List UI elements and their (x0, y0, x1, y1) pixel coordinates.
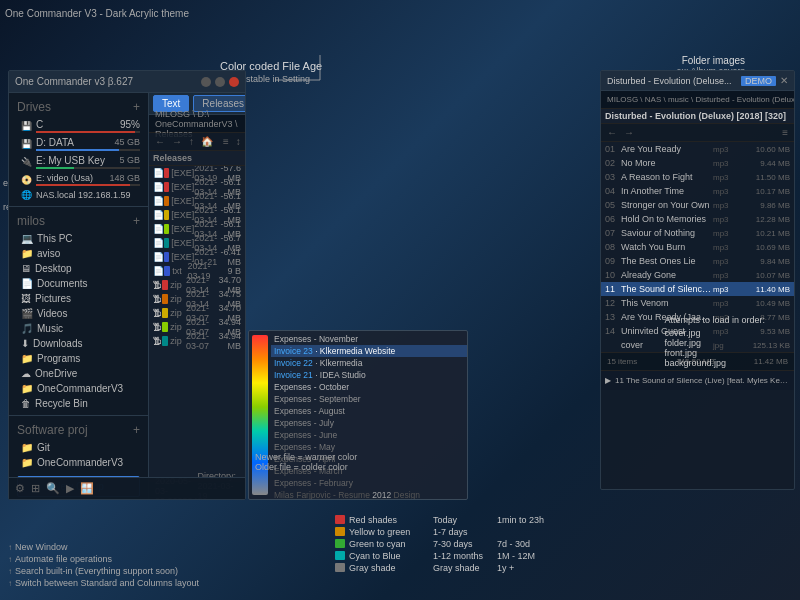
sidebar-item-desktop[interactable]: 🖥 Desktop (9, 261, 148, 276)
sidebar-item-documents[interactable]: 📄 Documents (9, 276, 148, 291)
year-highlight: 2012 (372, 490, 391, 499)
file-row-zip597[interactable]: 🗜 OneCommanderV3Beta-597 zip 2021-03-07 … (149, 334, 245, 348)
sidebar-item-music[interactable]: 🎵 Music (9, 321, 148, 336)
sidebar-item-aviso[interactable]: 📁 aviso (9, 246, 148, 261)
aviso-icon: 📁 (21, 248, 33, 259)
music-file-07[interactable]: 07 Saviour of Nothing mp3 10.21 MB (601, 226, 794, 240)
milas-resume[interactable]: Milas Farjpovic - Resume 2012 Design (271, 489, 467, 499)
music-file-09[interactable]: 09 The Best Ones Lie mp3 9.84 MB (601, 254, 794, 268)
drive-e-video[interactable]: 📀 E: video (Usa) 148 GB (9, 171, 148, 188)
invoice-row-expenses-nov[interactable]: Expenses - November (271, 333, 467, 345)
oc-sidebar: Drives + 💾 C 95% (9, 93, 149, 499)
drive-e-usb[interactable]: 🔌 E: My USB Key 5 GB (9, 153, 148, 171)
expenses-mar[interactable]: Expenses - March (271, 465, 467, 477)
sidebar-item-pictures[interactable]: 🖼 Pictures (9, 291, 148, 306)
drive-e-video-size: 148 GB (109, 173, 140, 183)
track-ext: mp3 (713, 187, 735, 196)
legend-row-red: Red shades Today 1min to 23h (335, 515, 544, 525)
drive-nas[interactable]: 🌐 NAS.local 192.168.1.59 (9, 188, 148, 202)
user-section-header[interactable]: milos + (9, 211, 148, 231)
music-file-06[interactable]: 06 Hold On to Memories mp3 12.28 MB (601, 212, 794, 226)
music-file-08[interactable]: 08 Watch You Burn mp3 10.69 MB (601, 240, 794, 254)
music-file-03[interactable]: 03 A Reason to Fight mp3 11.50 MB (601, 170, 794, 184)
music-view-btn[interactable]: ≡ (780, 127, 790, 138)
sidebar-item-onedrive[interactable]: ☁ OneDrive (9, 366, 148, 381)
attempt-cover: cover.jpg (664, 328, 765, 338)
file-age-indicator (162, 280, 168, 290)
play-icon[interactable]: ▶ (605, 376, 611, 385)
ba-new-window: ↑ New Window (8, 542, 199, 552)
ba-text-search: Search built-in (Everything support soon… (15, 566, 178, 576)
view-toggle[interactable]: ≡ (221, 136, 231, 147)
sidebar-item-git[interactable]: 📁 Git (9, 440, 148, 455)
text-panel-header: Releases (149, 151, 245, 166)
expenses-oct[interactable]: Expenses - October (271, 381, 467, 393)
attempts-title: Attempts to load in order: (664, 315, 765, 325)
music-file-04[interactable]: 04 In Another Time mp3 10.17 MB (601, 184, 794, 198)
sort-button[interactable]: ↕ (234, 136, 243, 147)
sidebar-item-downloads[interactable]: ⬇ Downloads (9, 336, 148, 351)
automate-icon[interactable]: ▶ (66, 482, 74, 495)
expenses-feb[interactable]: Expenses - February (271, 477, 467, 489)
expenses-may[interactable]: Expenses - May (271, 441, 467, 453)
music-file-11[interactable]: 11 The Sound of Silence (Live) [feat. My… (601, 282, 794, 296)
expenses-aug[interactable]: Expenses - August (271, 405, 467, 417)
music-file-02[interactable]: 02 No More mp3 9.44 MB (601, 156, 794, 170)
layout-icon[interactable]: ⊞ (31, 482, 40, 495)
software-expand-icon[interactable]: + (133, 423, 140, 437)
music-file-01[interactable]: 01 Are You Ready mp3 10.60 MB (601, 142, 794, 156)
drive-e-video-label: E: video (Usa) (36, 173, 93, 183)
minimize-button[interactable] (201, 77, 211, 87)
sidebar-item-thispc[interactable]: 💻 This PC (9, 231, 148, 246)
close-button[interactable] (229, 77, 239, 87)
track-size: 11.40 MB (735, 285, 790, 294)
music-file-12[interactable]: 12 This Venom mp3 10.49 MB (601, 296, 794, 310)
search-icon[interactable]: 🔍 (46, 482, 60, 495)
sidebar-item-programs[interactable]: 📁 Programs (9, 351, 148, 366)
expenses-jun[interactable]: Expenses - June (271, 429, 467, 441)
legend-color-cyan (335, 551, 345, 560)
demo-tab[interactable]: DEMO (741, 76, 776, 86)
up-button[interactable]: ↑ (187, 136, 196, 147)
newwindow-icon[interactable]: 🪟 (80, 482, 94, 495)
expenses-jul[interactable]: Expenses - July (271, 417, 467, 429)
sidebar-item-videos[interactable]: 🎬 Videos (9, 306, 148, 321)
drive-c[interactable]: 💾 C 95% (9, 117, 148, 135)
back-button[interactable]: ← (153, 136, 167, 147)
home-button[interactable]: 🏠 (199, 136, 215, 147)
music-close-icon[interactable]: ✕ (780, 75, 788, 86)
track-ext: mp3 (713, 243, 735, 252)
legend-col3-gray: 1y + (497, 563, 514, 573)
user-label: milos (17, 214, 45, 228)
drive-d[interactable]: 💾 D: DATA 45 GB (9, 135, 148, 153)
thispc-label: This PC (37, 233, 73, 244)
bottom-annotations-area: ↑ New Window ↑ Automate file operations … (8, 542, 199, 590)
legend-label-green: Green to cyan (349, 539, 429, 549)
maximize-button[interactable] (215, 77, 225, 87)
music-fwd-btn[interactable]: → (622, 127, 636, 138)
track-name: The Best Ones Lie (621, 256, 713, 266)
drive-d-size: 45 GB (114, 137, 140, 148)
invoice-row-23[interactable]: Invoice 23 · Klkermedia Website (271, 345, 467, 357)
expenses-apr[interactable]: Expenses - April (271, 453, 467, 465)
music-file-05[interactable]: 05 Stronger on Your Own mp3 9.86 MB (601, 198, 794, 212)
track-size: 10.21 MB (735, 229, 790, 238)
forward-button[interactable]: → (170, 136, 184, 147)
ba-arrow-3: ↑ (8, 567, 12, 576)
sidebar-item-onecommanderv3[interactable]: 📁 OneCommanderV3 (9, 381, 148, 396)
sidebar-item-recyclebin[interactable]: 🗑 Recycle Bin (9, 396, 148, 411)
drive-e-video-bar (36, 184, 130, 186)
drives-section-header[interactable]: Drives + (9, 97, 148, 117)
music-back-btn[interactable]: ← (605, 127, 619, 138)
sidebar-item-ocv3[interactable]: 📁 OneCommanderV3 (9, 455, 148, 470)
drives-expand-icon[interactable]: + (133, 100, 140, 114)
software-section-header[interactable]: Software proj + (9, 420, 148, 440)
track-ext: mp3 (713, 257, 735, 266)
invoice-row-22[interactable]: Invoice 22 · Klkermedia (271, 357, 467, 369)
invoice-row-21[interactable]: Invoice 21 · IDEA Studio (271, 369, 467, 381)
user-expand-icon[interactable]: + (133, 214, 140, 228)
file-icon: 🗜 (153, 280, 162, 290)
music-file-10[interactable]: 10 Already Gone mp3 10.07 MB (601, 268, 794, 282)
settings-icon[interactable]: ⚙ (15, 482, 25, 495)
expenses-sep[interactable]: Expenses - September (271, 393, 467, 405)
